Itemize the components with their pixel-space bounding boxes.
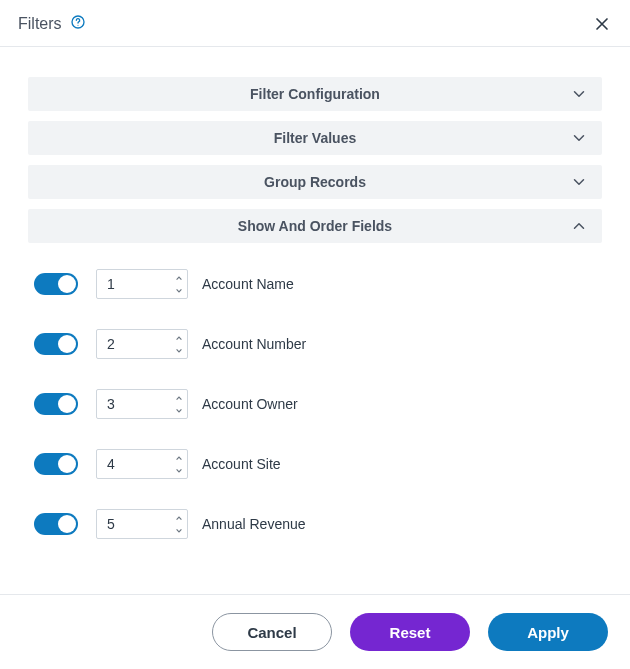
accordion-title: Filter Configuration [250, 86, 380, 102]
step-down-icon[interactable] [172, 404, 186, 417]
apply-button[interactable]: Apply [488, 613, 608, 651]
step-down-icon[interactable] [172, 524, 186, 537]
field-label: Annual Revenue [202, 516, 306, 532]
field-label: Account Number [202, 336, 306, 352]
step-up-icon[interactable] [172, 271, 186, 284]
order-stepper [96, 269, 188, 299]
field-toggle[interactable] [34, 513, 78, 535]
order-stepper [96, 509, 188, 539]
chevron-up-icon [570, 217, 588, 235]
field-toggle[interactable] [34, 333, 78, 355]
cancel-button[interactable]: Cancel [212, 613, 332, 651]
dialog-footer: Cancel Reset Apply [0, 594, 630, 669]
step-down-icon[interactable] [172, 464, 186, 477]
svg-point-1 [77, 25, 78, 26]
order-stepper [96, 329, 188, 359]
accordion-show-order-fields[interactable]: Show And Order Fields [28, 209, 602, 243]
dialog-title: Filters [18, 15, 62, 33]
step-up-icon[interactable] [172, 391, 186, 404]
accordion-title: Show And Order Fields [238, 218, 392, 234]
field-row: Annual Revenue [34, 509, 602, 539]
help-icon[interactable] [70, 14, 86, 34]
step-down-icon[interactable] [172, 344, 186, 357]
field-label: Account Site [202, 456, 281, 472]
fields-list: Account Name Account Number [28, 253, 602, 539]
accordion-title: Filter Values [274, 130, 356, 146]
dialog-header: Filters [0, 0, 630, 47]
reset-button[interactable]: Reset [350, 613, 470, 651]
order-stepper [96, 449, 188, 479]
field-toggle[interactable] [34, 453, 78, 475]
step-down-icon[interactable] [172, 284, 186, 297]
step-up-icon[interactable] [172, 451, 186, 464]
field-toggle[interactable] [34, 393, 78, 415]
field-row: Account Owner [34, 389, 602, 419]
field-row: Account Number [34, 329, 602, 359]
dialog-body: Filter Configuration Filter Values Group… [0, 47, 630, 539]
field-label: Account Owner [202, 396, 298, 412]
close-icon[interactable] [592, 14, 612, 34]
field-label: Account Name [202, 276, 294, 292]
chevron-down-icon [570, 85, 588, 103]
accordion-group-records[interactable]: Group Records [28, 165, 602, 199]
chevron-down-icon [570, 129, 588, 147]
step-up-icon[interactable] [172, 331, 186, 344]
accordion-title: Group Records [264, 174, 366, 190]
field-toggle[interactable] [34, 273, 78, 295]
step-up-icon[interactable] [172, 511, 186, 524]
field-row: Account Name [34, 269, 602, 299]
accordion-filter-configuration[interactable]: Filter Configuration [28, 77, 602, 111]
order-stepper [96, 389, 188, 419]
accordion-filter-values[interactable]: Filter Values [28, 121, 602, 155]
field-row: Account Site [34, 449, 602, 479]
chevron-down-icon [570, 173, 588, 191]
